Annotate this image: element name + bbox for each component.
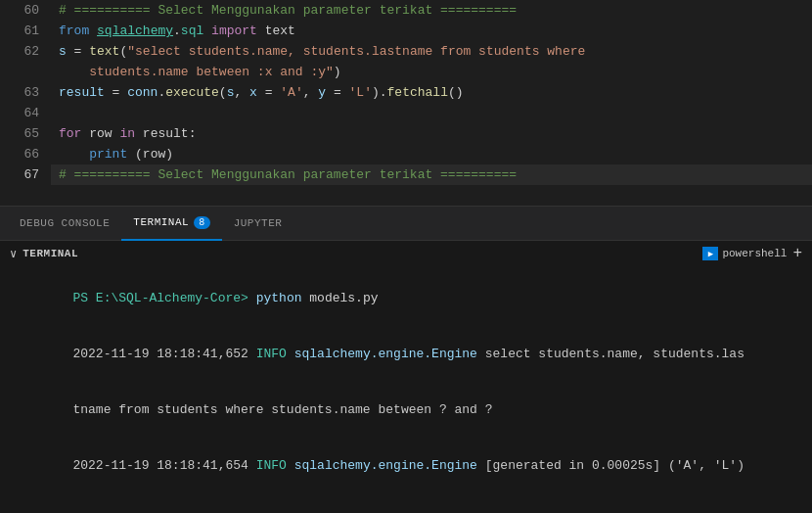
code-line-62-cont: 62 students.name between :x and :y")	[0, 62, 812, 82]
info-level-1: INFO	[256, 347, 287, 361]
app-container: 60 # ========== Select Menggunakan param…	[0, 0, 812, 513]
code-editor: 60 # ========== Select Menggunakan param…	[0, 0, 812, 206]
line-number-61: 61	[0, 21, 51, 41]
info-msg-2: [generated in 0.00025s] ('A', 'L')	[477, 458, 744, 473]
panel-tabs: DEBUG CONSOLE TERMINAL 8 JUPYTER	[0, 207, 812, 241]
cmd-python: python	[256, 291, 302, 305]
line-number-60: 60	[0, 0, 51, 21]
line-content-65: for row in result:	[51, 123, 812, 144]
tab-debug-console-label: DEBUG CONSOLE	[20, 217, 110, 229]
line-content-61: from sqlalchemy.sql import text	[51, 21, 812, 41]
code-line-66: 66 print (row)	[0, 144, 812, 164]
info-msg-1: select students.name, students.las	[477, 347, 744, 361]
code-line-62: 62 s = text("select students.name, stude…	[0, 41, 812, 62]
line-number-67: 67	[0, 164, 51, 185]
cmd-file: models.py	[301, 291, 378, 305]
line-content-67: # ========== Select Menggunakan paramete…	[51, 164, 812, 185]
line-number-66: 66	[0, 144, 51, 164]
terminal-badge: 8	[194, 216, 210, 229]
terminal-body[interactable]: PS E:\SQL-Alchemy-Core> python models.py…	[0, 266, 812, 513]
code-lines-container: 60 # ========== Select Menggunakan param…	[0, 0, 812, 185]
info-level-2: INFO	[256, 458, 287, 473]
terminal-line-info2: 2022-11-19 18:18:41,654 INFO sqlalchemy.…	[12, 438, 800, 493]
tab-debug-console[interactable]: DEBUG CONSOLE	[8, 207, 121, 241]
tab-jupyter-label: JUPYTER	[234, 217, 283, 229]
code-line-65: 65 for row in result:	[0, 123, 812, 144]
info-msg-1-cont: tname from students where students.name …	[72, 402, 492, 417]
bottom-panel: DEBUG CONSOLE TERMINAL 8 JUPYTER ∨ TERMI…	[0, 206, 812, 513]
code-line-60: 60 # ========== Select Menggunakan param…	[0, 0, 812, 21]
terminal-line-info1: 2022-11-19 18:18:41,652 INFO sqlalchemy.…	[12, 326, 800, 382]
tab-terminal-label: TERMINAL	[133, 216, 189, 228]
line-content-64	[51, 103, 812, 123]
tab-terminal[interactable]: TERMINAL 8	[121, 207, 221, 241]
line-number-63: 63	[0, 82, 51, 103]
terminal-header: ∨ TERMINAL ▶ powershell +	[0, 241, 812, 266]
terminal-title-label: TERMINAL	[23, 248, 78, 259]
info-date-2: 2022-11-19 18:18:41,654	[72, 458, 255, 473]
cmd-text	[248, 291, 256, 305]
line-number-64: 64	[0, 103, 51, 123]
line-number-62: 62	[0, 41, 51, 62]
terminal-line-info1-cont: tname from students where students.name …	[12, 382, 800, 438]
powershell-box-icon: ▶	[702, 247, 718, 260]
powershell-label: ▶ powershell	[702, 247, 787, 260]
terminal-line-cmd: PS E:\SQL-Alchemy-Core> python models.py	[12, 270, 800, 326]
terminal-controls: ▶ powershell +	[702, 245, 802, 262]
line-content-62: s = text("select students.name, students…	[51, 41, 812, 62]
tab-jupyter[interactable]: JUPYTER	[222, 207, 294, 241]
line-content-62-cont: students.name between :x and :y")	[51, 62, 812, 82]
info-engine-1: sqlalchemy.engine.Engine	[287, 347, 477, 361]
terminal-line-result-1: ('Ahmad', 'Haidir')	[12, 493, 800, 513]
line-number-cont: 62	[0, 62, 51, 82]
line-number-65: 65	[0, 123, 51, 144]
code-line-64: 64	[0, 103, 812, 123]
prompt-text: PS E:\SQL-Alchemy-Core>	[72, 291, 248, 305]
code-line-67: 67 # ========== Select Menggunakan param…	[0, 164, 812, 185]
code-line-63: 63 result = conn.execute(s, x = 'A', y =…	[0, 82, 812, 103]
info-engine-2: sqlalchemy.engine.Engine	[287, 458, 477, 473]
code-line-61: 61 from sqlalchemy.sql import text	[0, 21, 812, 41]
add-terminal-icon[interactable]: +	[792, 245, 802, 262]
line-content-63: result = conn.execute(s, x = 'A', y = 'L…	[51, 82, 812, 103]
terminal-chevron-icon: ∨	[10, 247, 17, 261]
info-date-1: 2022-11-19 18:18:41,652	[72, 347, 255, 361]
line-content-60: # ========== Select Menggunakan paramete…	[51, 0, 812, 21]
line-content-66: print (row)	[51, 144, 812, 164]
